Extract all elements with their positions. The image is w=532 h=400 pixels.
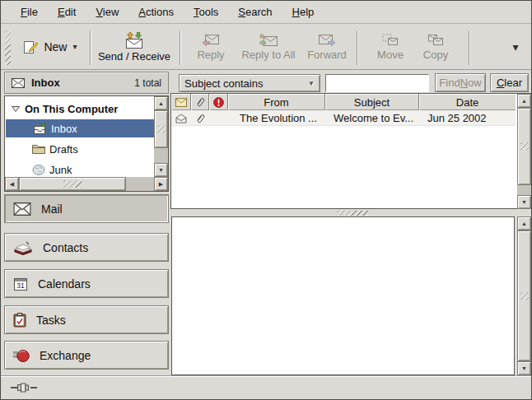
scroll-down-button[interactable]: ▼: [517, 361, 531, 375]
inbox-icon: [32, 123, 47, 134]
menu-tools[interactable]: Tools: [185, 2, 226, 21]
send-receive-icon: [124, 32, 145, 49]
online-connector-icon[interactable]: [11, 383, 37, 393]
attachment-icon: [194, 113, 206, 124]
status-bar: [1, 375, 531, 399]
scroll-up-button[interactable]: ▲: [517, 94, 531, 108]
tree-node-junk[interactable]: Junk: [6, 160, 154, 179]
menu-help-label: elp: [300, 6, 314, 18]
column-from[interactable]: From: [228, 94, 325, 110]
scroll-down-button[interactable]: ▼: [517, 195, 531, 209]
chevron-down-icon: ▾: [72, 43, 77, 51]
down-arrow-icon: ▼: [521, 199, 527, 205]
reply-to-all-button: Reply to All: [235, 26, 302, 67]
new-button-label: New: [44, 40, 67, 53]
folder-title-bar: Inbox 1 total: [4, 72, 169, 94]
scrollbar-thumb[interactable]: [517, 230, 531, 361]
column-date[interactable]: Date: [419, 94, 516, 110]
preview-pane[interactable]: [171, 216, 515, 375]
pane-splitter[interactable]: [171, 209, 532, 216]
toolbar-overflow-button[interactable]: ▾: [505, 36, 526, 58]
tree-node-inbox[interactable]: Inbox: [6, 119, 154, 137]
menu-search[interactable]: Search: [230, 2, 280, 21]
expander-triangle-icon[interactable]: [11, 104, 21, 114]
contacts-icon: [13, 240, 33, 255]
read-status-cell: [171, 110, 191, 126]
menu-edit[interactable]: Edit: [49, 2, 84, 21]
tree-horizontal-scrollbar: ◀ ▶: [5, 177, 168, 191]
reply-button: Reply: [187, 26, 235, 67]
reply-to-all-icon: [259, 34, 278, 47]
tree-node-on-this-computer[interactable]: On This Computer: [6, 100, 154, 118]
tasks-icon: [13, 313, 26, 328]
find-now-label: Find: [439, 77, 460, 89]
combo-arrow-icon: ▼: [308, 80, 315, 87]
tree-item-label: Junk: [49, 164, 72, 176]
shortcut-contacts-button[interactable]: Contacts: [4, 233, 169, 262]
message-status-icon: [175, 98, 187, 107]
toolbar-separator: [357, 30, 358, 65]
find-now-button: Find Now: [435, 73, 486, 92]
scroll-left-button[interactable]: ◀: [5, 177, 19, 191]
menubar: File Edit View Actions Tools Search Help: [1, 1, 531, 24]
preview-scrollbar: ▲ ▼: [517, 216, 531, 375]
scroll-right-button[interactable]: ▶: [154, 177, 168, 191]
message-row[interactable]: The Evolution ... Welcome to Ev... Jun 2…: [171, 110, 516, 126]
scroll-up-button[interactable]: ▲: [517, 216, 531, 230]
shortcut-tasks-label: Tasks: [36, 314, 66, 327]
new-button[interactable]: New ▾: [14, 33, 86, 61]
chevron-down-icon: ▾: [512, 41, 518, 53]
search-criteria-value: Subject contains: [184, 77, 263, 90]
message-list-header: From Subject Date: [171, 94, 516, 110]
drafts-folder-icon: [32, 144, 45, 154]
folder-tree: On This Computer Inbox Drafts Junk ▲ ▼ ◀…: [4, 95, 169, 192]
up-arrow-icon: ▲: [521, 98, 527, 104]
scrollbar-thumb[interactable]: [517, 108, 531, 185]
shortcut-tasks-button[interactable]: Tasks: [4, 305, 169, 334]
menu-tools-label: ools: [198, 6, 218, 18]
menu-actions[interactable]: Actions: [130, 2, 182, 21]
shortcut-calendars-button[interactable]: Calendars: [4, 269, 169, 298]
menu-help-mnemonic: H: [292, 6, 300, 18]
scrollbar-thumb[interactable]: [19, 177, 126, 191]
copy-icon: [427, 34, 444, 47]
menu-help[interactable]: Help: [284, 2, 323, 21]
right-arrow-icon: ▶: [159, 181, 163, 187]
clear-button[interactable]: Clear: [490, 73, 529, 92]
send-receive-label: Send / Receive: [98, 50, 170, 63]
calendar-icon: [13, 277, 28, 291]
find-now-mnemonic: N: [460, 77, 468, 89]
column-date-label: Date: [456, 96, 478, 109]
up-arrow-icon: ▲: [158, 100, 164, 106]
shortcut-mail-button[interactable]: Mail: [4, 194, 169, 223]
evolution-window: File Edit View Actions Tools Search Help…: [0, 0, 532, 400]
column-from-label: From: [264, 96, 288, 109]
move-icon: [382, 34, 399, 47]
send-receive-button[interactable]: Send / Receive: [93, 26, 175, 67]
importance-cell: [209, 110, 228, 126]
menu-actions-mnemonic: A: [138, 6, 146, 18]
menu-view[interactable]: View: [87, 2, 127, 21]
folder-message-count: 1 total: [134, 77, 161, 89]
open-envelope-icon: [175, 114, 187, 123]
scroll-down-button[interactable]: ▼: [154, 163, 168, 177]
column-subject-label: Subject: [354, 96, 390, 109]
column-importance[interactable]: [209, 94, 228, 110]
tree-node-drafts[interactable]: Drafts: [6, 140, 154, 158]
menu-search-mnemonic: S: [238, 6, 245, 18]
message-subject: Welcome to Ev...: [325, 110, 419, 126]
search-criteria-dropdown[interactable]: Subject contains ▼: [179, 74, 320, 92]
scroll-up-button[interactable]: ▲: [154, 96, 168, 110]
junk-icon: [32, 164, 45, 175]
exchange-plug-icon: [13, 348, 30, 363]
toolbar: New ▾ Send / Receive Reply Reply to All …: [1, 25, 531, 70]
toolbar-drag-handle[interactable]: [5, 30, 11, 65]
search-input[interactable]: [325, 74, 429, 92]
column-status[interactable]: [171, 94, 191, 110]
column-attachment[interactable]: [191, 94, 209, 110]
forward-label: Forward: [307, 49, 347, 61]
shortcut-exchange-button[interactable]: Exchange: [4, 341, 169, 370]
scrollbar-thumb[interactable]: [154, 110, 168, 148]
column-subject[interactable]: Subject: [325, 94, 419, 110]
menu-file[interactable]: File: [12, 2, 46, 21]
